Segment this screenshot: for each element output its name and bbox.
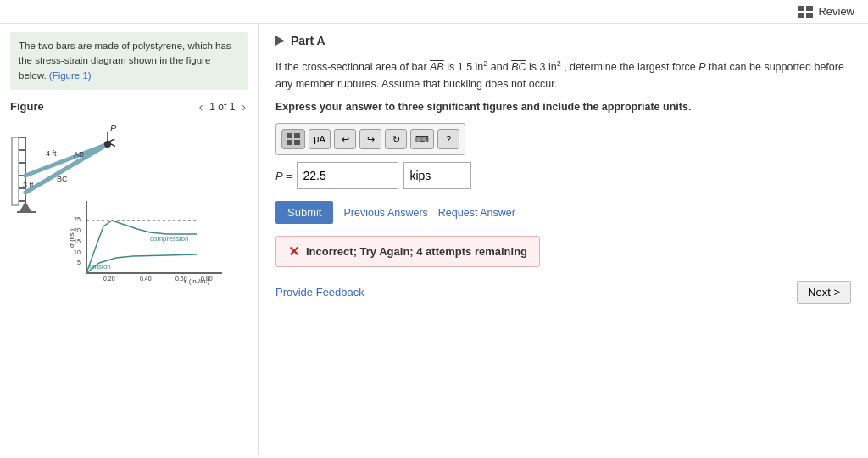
svg-text:compression: compression <box>150 235 188 243</box>
stress-strain-chart: σ (ksi) ε (in./in.) 5 10 15 20 25 0.20 0… <box>65 197 231 294</box>
review-icon <box>798 6 813 18</box>
provide-feedback-link[interactable]: Provide Feedback <box>275 286 364 299</box>
svg-text:tension: tension <box>89 263 111 271</box>
mu-button[interactable]: μA <box>309 129 331 149</box>
next-button[interactable]: Next > <box>797 281 851 304</box>
svg-rect-2 <box>798 13 804 18</box>
request-answer-button[interactable]: Request Answer <box>438 207 515 219</box>
figure-nav-label: 1 of 1 <box>209 101 235 113</box>
svg-text:0.60: 0.60 <box>175 276 187 282</box>
button-row: Submit Previous Answers Request Answer <box>275 201 851 224</box>
feedback-row: Provide Feedback Next > <box>275 281 851 304</box>
submit-button[interactable]: Submit <box>275 201 333 224</box>
undo-button[interactable]: ↩ <box>334 129 356 149</box>
grid-button[interactable] <box>281 129 305 149</box>
bar-bc-label: BC <box>511 61 526 73</box>
question-text: If the cross-sectional area of bar AB is… <box>275 58 851 92</box>
help-button[interactable]: ? <box>437 129 459 149</box>
figure-navigation: ‹ 1 of 1 › <box>198 100 248 114</box>
svg-text:0.20: 0.20 <box>103 276 115 282</box>
review-button[interactable]: Review <box>798 5 854 18</box>
answer-toolbar: μA ↩ ↪ ↻ ⌨ ? <box>275 123 465 155</box>
reset-button[interactable]: ↻ <box>385 129 407 149</box>
figure-section: Figure ‹ 1 of 1 › <box>10 100 248 290</box>
previous-answers-button[interactable]: Previous Answers <box>343 207 427 219</box>
unit-input[interactable] <box>403 162 471 189</box>
figure-diagram: P 4 ft 3 ft AB BC <box>10 120 248 290</box>
svg-text:10: 10 <box>74 249 81 255</box>
figure-title: Figure <box>10 100 44 113</box>
svg-line-13 <box>25 144 108 193</box>
svg-rect-40 <box>294 133 300 138</box>
error-box: ✕ Incorrect; Try Again; 4 attempts remai… <box>275 236 540 267</box>
svg-text:4 ft: 4 ft <box>46 149 57 158</box>
svg-text:AB: AB <box>74 150 84 159</box>
svg-marker-21 <box>19 201 31 212</box>
svg-text:0.40: 0.40 <box>140 276 152 282</box>
bar-ab-label: AB <box>430 61 444 73</box>
grid-icon <box>287 133 300 145</box>
redo-button[interactable]: ↪ <box>359 129 381 149</box>
svg-rect-11 <box>12 137 19 205</box>
error-message: Incorrect; Try Again; 4 attempts remaini… <box>306 245 527 258</box>
answer-row: P = <box>275 162 851 189</box>
svg-text:BC: BC <box>57 175 68 183</box>
svg-line-12 <box>25 144 108 176</box>
svg-text:3 ft: 3 ft <box>23 181 34 189</box>
next-figure-button[interactable]: › <box>240 100 248 114</box>
figure-link[interactable]: (Figure 1) <box>49 70 92 81</box>
svg-text:0.80: 0.80 <box>201 276 213 282</box>
left-panel: The two bars are made of polystyrene, wh… <box>0 24 259 455</box>
right-panel: Part A If the cross-sectional area of ba… <box>259 24 868 455</box>
svg-rect-0 <box>798 6 804 11</box>
part-triangle-icon <box>275 36 284 46</box>
figure-header: Figure ‹ 1 of 1 › <box>10 100 248 114</box>
answer-input[interactable] <box>297 162 398 189</box>
svg-rect-39 <box>287 133 292 138</box>
main-layout: The two bars are made of polystyrene, wh… <box>0 24 868 455</box>
svg-text:5: 5 <box>77 260 81 265</box>
part-header: Part A <box>275 34 851 47</box>
svg-text:20: 20 <box>74 227 81 233</box>
svg-text:P: P <box>110 123 117 133</box>
problem-description: The two bars are made of polystyrene, wh… <box>10 32 248 90</box>
svg-rect-41 <box>287 140 292 145</box>
part-label: Part A <box>291 34 326 47</box>
keyboard-button[interactable]: ⌨ <box>410 129 434 149</box>
instruction-text: Express your answer to three significant… <box>275 101 851 113</box>
svg-text:15: 15 <box>74 238 81 244</box>
svg-rect-1 <box>806 6 813 11</box>
svg-text:25: 25 <box>74 216 81 222</box>
svg-rect-3 <box>806 13 813 18</box>
error-icon: ✕ <box>288 243 299 260</box>
prev-figure-button[interactable]: ‹ <box>198 100 205 114</box>
answer-label: P = <box>275 170 292 182</box>
top-bar: Review <box>0 0 868 24</box>
review-label: Review <box>818 5 854 18</box>
svg-rect-42 <box>294 140 300 145</box>
